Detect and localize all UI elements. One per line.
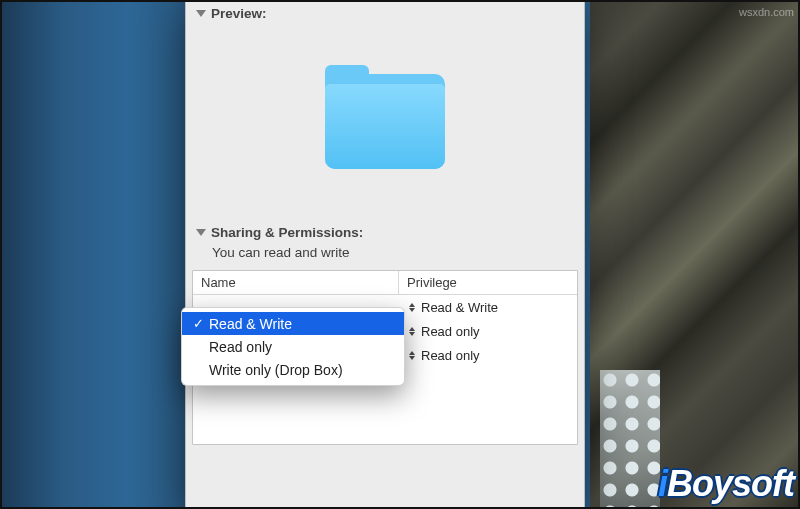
checkmark-icon: ✓ [192, 316, 204, 331]
disclosure-triangle-icon[interactable] [196, 10, 206, 17]
preview-section-label: Preview: [211, 6, 267, 21]
folder-icon[interactable] [325, 74, 445, 169]
privilege-value: Read only [421, 348, 480, 363]
preview-section-header[interactable]: Preview: [186, 0, 584, 24]
menu-item-label: Read only [209, 339, 272, 355]
watermark-main: Boysoft [667, 463, 794, 504]
menu-item-label: Write only (Drop Box) [209, 362, 343, 378]
permissions-status-text: You can read and write [186, 243, 584, 270]
column-header-name[interactable]: Name [193, 271, 399, 294]
watermark-logo: iBoysoft [658, 463, 794, 505]
privilege-cell[interactable]: Read & Write [399, 295, 577, 319]
privilege-dropdown-menu[interactable]: ✓ Read & Write ✓ Read only ✓ Write only … [181, 307, 405, 386]
privilege-cell[interactable]: Read only [399, 343, 577, 367]
menu-item-label: Read & Write [209, 316, 292, 332]
sharing-permissions-label: Sharing & Permissions: [211, 225, 363, 240]
menu-item-read-write[interactable]: ✓ Read & Write [182, 312, 404, 335]
stepper-icon[interactable] [407, 324, 417, 338]
desktop-background: Preview: Sharing & Permissions: You can … [0, 0, 800, 509]
get-info-window: Preview: Sharing & Permissions: You can … [185, 0, 585, 509]
column-header-privilege[interactable]: Privilege [399, 271, 577, 294]
privilege-cells: Read & Write Read only Read only [399, 295, 577, 367]
privilege-cell[interactable]: Read only [399, 319, 577, 343]
desktop-background-waves [600, 370, 660, 509]
privilege-value: Read only [421, 324, 480, 339]
watermark-small: wsxdn.com [739, 6, 794, 18]
menu-item-write-only[interactable]: ✓ Write only (Drop Box) [182, 358, 404, 381]
watermark-prefix: i [658, 463, 667, 504]
privilege-value: Read & Write [421, 300, 498, 315]
menu-item-read-only[interactable]: ✓ Read only [182, 335, 404, 358]
stepper-icon[interactable] [407, 348, 417, 362]
sharing-permissions-section-header[interactable]: Sharing & Permissions: [186, 219, 584, 243]
preview-content [186, 24, 584, 219]
permissions-table-header: Name Privilege [193, 271, 577, 295]
stepper-icon[interactable] [407, 300, 417, 314]
disclosure-triangle-icon[interactable] [196, 229, 206, 236]
